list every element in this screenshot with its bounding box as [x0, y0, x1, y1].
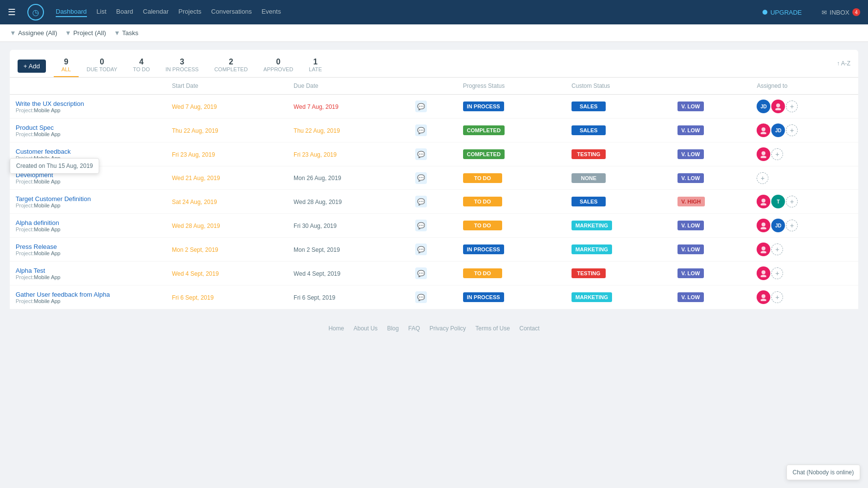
footer-blog[interactable]: Blog [387, 325, 399, 332]
svg-point-6 [762, 199, 765, 203]
progress-badge[interactable]: IN PROCESS [463, 244, 504, 254]
priority-badge[interactable]: V. LOW [677, 149, 704, 159]
chat-button[interactable]: 💬 [415, 148, 427, 160]
custom-badge[interactable]: NONE [572, 173, 606, 183]
footer: Home About Us Blog FAQ Privacy Policy Te… [0, 317, 868, 340]
add-assignee-button[interactable]: + [771, 148, 783, 160]
tab-inprocess[interactable]: 3 IN PROCESS [158, 55, 207, 77]
progress-badge[interactable]: IN PROCESS [463, 292, 504, 302]
nav-board[interactable]: Board [116, 8, 133, 17]
chat-button[interactable]: 💬 [415, 124, 427, 136]
task-name[interactable]: Alpha definition [16, 219, 160, 226]
col-task [10, 78, 166, 95]
add-button[interactable]: + Add [18, 60, 46, 73]
project-name: Mobile App [34, 107, 60, 113]
progress-badge[interactable]: IN PROCESS [463, 102, 504, 111]
nav-conversations[interactable]: Conversations [211, 8, 252, 17]
chat-button[interactable]: 💬 [415, 101, 427, 112]
add-assignee-button[interactable]: + [757, 172, 768, 184]
chat-button[interactable]: 💬 [415, 244, 427, 255]
chat-button[interactable]: 💬 [415, 196, 427, 207]
tab-all-count: 9 [64, 58, 68, 66]
tab-late[interactable]: 1 LATE [301, 55, 330, 77]
due-date-cell: Mon 26 Aug, 2019 [288, 166, 409, 190]
add-assignee-button[interactable]: + [786, 101, 798, 112]
chat-button[interactable]: 💬 [415, 267, 427, 279]
assignee-filter[interactable]: ▼ Assignee (All) [10, 29, 57, 37]
chat-button[interactable]: 💬 [415, 220, 427, 231]
add-assignee-button[interactable]: + [771, 244, 783, 255]
footer-about[interactable]: About Us [354, 325, 378, 332]
custom-badge[interactable]: MARKETING [572, 244, 612, 254]
tab-completed[interactable]: 2 COMPLETED [207, 55, 255, 77]
tab-due-today[interactable]: 0 DUE TODAY [79, 55, 125, 77]
footer-home[interactable]: Home [328, 325, 344, 332]
footer-faq[interactable]: FAQ [408, 325, 420, 332]
progress-badge[interactable]: TO DO [463, 221, 502, 230]
custom-badge[interactable]: SALES [572, 197, 606, 206]
footer-terms[interactable]: Terms of Use [475, 325, 510, 332]
task-name[interactable]: Target Customer Definition [16, 195, 160, 203]
priority-badge[interactable]: V. LOW [677, 244, 704, 254]
add-assignee-button[interactable]: + [771, 267, 783, 279]
custom-badge[interactable]: TESTING [572, 268, 606, 278]
add-assignee-button[interactable]: + [771, 291, 783, 303]
svg-point-12 [762, 270, 765, 274]
assignees-cell: + [751, 142, 858, 166]
priority-badge[interactable]: V. LOW [677, 221, 704, 230]
col-due: Due Date [288, 78, 409, 95]
inbox-button[interactable]: ✉ INBOX 4 [822, 8, 860, 16]
task-name[interactable]: Product Spec [16, 124, 160, 131]
progress-badge[interactable]: TO DO [463, 173, 502, 183]
sort-button[interactable]: ↑ A-Z [837, 60, 850, 72]
project-filter[interactable]: ▼ Project (All) [65, 29, 106, 37]
task-name-cell: Product Spec Project:Mobile App [10, 119, 166, 142]
tab-approved[interactable]: 0 APPROVED [255, 55, 301, 77]
task-name[interactable]: Write the UX description [16, 100, 160, 107]
col-progress: Progress Status [457, 78, 566, 95]
add-assignee-button[interactable]: + [786, 220, 798, 231]
table-row: Gather User feedback from Alpha Project:… [10, 285, 858, 309]
add-assignee-button[interactable]: + [786, 196, 798, 207]
progress-badge[interactable]: COMPLETED [463, 149, 505, 159]
upgrade-button[interactable]: UPGRADE [762, 9, 802, 16]
task-name[interactable]: Development [16, 171, 160, 179]
chat-button[interactable]: 💬 [415, 172, 427, 184]
tab-all[interactable]: 9 ALL [54, 55, 79, 77]
custom-badge[interactable]: SALES [572, 125, 606, 135]
footer-privacy[interactable]: Privacy Policy [429, 325, 466, 332]
custom-badge[interactable]: SALES [572, 102, 606, 111]
priority-badge[interactable]: V. LOW [677, 125, 704, 135]
task-name[interactable]: Customer feedback [16, 148, 160, 155]
nav-dashboard[interactable]: Dashboard [56, 8, 87, 17]
progress-badge[interactable]: TO DO [463, 197, 502, 206]
priority-badge[interactable]: V. LOW [677, 173, 704, 183]
task-project: Project:Mobile App [16, 131, 160, 137]
progress-badge[interactable]: COMPLETED [463, 125, 505, 135]
priority-badge[interactable]: V. HIGH [677, 197, 705, 206]
nav-events[interactable]: Events [261, 8, 281, 17]
menu-icon[interactable]: ☰ [8, 7, 16, 18]
due-date: Fri 6 Sept, 2019 [294, 294, 335, 301]
custom-badge[interactable]: TESTING [572, 149, 606, 159]
priority-badge[interactable]: V. LOW [677, 102, 704, 111]
nav-list[interactable]: List [97, 8, 106, 17]
tab-todo[interactable]: 4 TO DO [125, 55, 158, 77]
nav-calendar[interactable]: Calendar [143, 8, 169, 17]
custom-badge[interactable]: MARKETING [572, 221, 612, 230]
col-custom: Custom Status [566, 78, 672, 95]
task-name[interactable]: Alpha Test [16, 267, 160, 274]
chat-button[interactable]: 💬 [415, 291, 427, 303]
task-name[interactable]: Gather User feedback from Alpha [16, 291, 160, 298]
nav-projects[interactable]: Projects [178, 8, 201, 17]
priority-badge[interactable]: V. LOW [677, 292, 704, 302]
task-name[interactable]: Press Release [16, 243, 160, 250]
progress-badge[interactable]: TO DO [463, 268, 502, 278]
footer-contact[interactable]: Contact [519, 325, 539, 332]
custom-badge[interactable]: MARKETING [572, 292, 612, 302]
assignees-cell: + [751, 262, 858, 285]
tasks-filter[interactable]: ▼ Tasks [114, 29, 138, 37]
task-name-cell: Press Release Project:Mobile App [10, 238, 166, 262]
priority-badge[interactable]: V. LOW [677, 268, 704, 278]
add-assignee-button[interactable]: + [786, 124, 798, 136]
